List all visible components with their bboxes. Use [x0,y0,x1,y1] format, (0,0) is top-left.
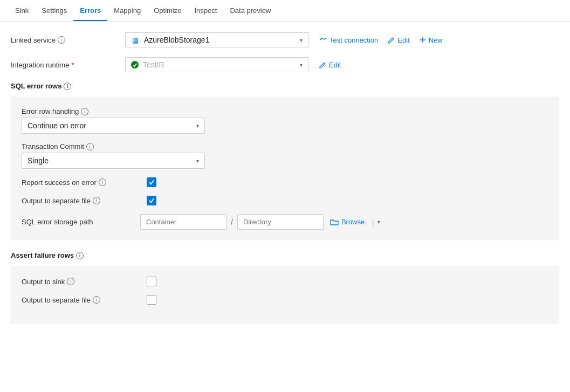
transaction-commit-info-icon: i [86,143,94,150]
path-separator: / [231,218,233,226]
assert-failure-rows-box: Output to sink i Output to separate file… [11,266,559,324]
report-success-checkbox[interactable] [147,177,156,187]
report-success-row: Report success on error i [22,177,548,187]
storage-path-label: SQL error storage path [22,218,140,226]
transaction-commit-label: Transaction Commit i [22,142,548,150]
test-connection-button[interactable]: Test connection [315,34,382,46]
error-row-handling-info-icon: i [81,108,88,115]
transaction-commit-chevron-icon: ▾ [196,158,199,164]
required-star: * [71,61,74,69]
sql-error-rows-info-icon: i [64,82,71,90]
tab-mapping[interactable]: Mapping [107,0,147,21]
linked-service-info-icon: i [58,36,65,44]
output-separate-sql-check-icon [148,197,155,204]
tab-sink[interactable]: Sink [9,0,35,21]
browse-button[interactable]: Browse [326,216,369,228]
edit-linked-service-button[interactable]: Edit [383,34,414,46]
tab-bar: Sink Settings Errors Mapping Optimize In… [0,0,570,22]
assert-failure-rows-header: Assert failure rows i [11,251,559,259]
edit-integration-runtime-button[interactable]: Edit [315,59,345,71]
assert-failure-rows-info-icon: i [76,252,84,259]
tab-inspect[interactable]: Inspect [188,0,223,21]
edit-linked-service-icon [388,37,395,44]
output-separate-assert-checkbox[interactable] [147,295,156,305]
output-separate-assert-info-icon: i [93,296,100,304]
error-row-handling-dropdown[interactable]: Continue on error ▾ [22,118,205,134]
output-separate-sql-label: Output to separate file i [22,197,140,205]
tab-data-preview[interactable]: Data preview [223,0,277,21]
output-separate-sql-info-icon: i [93,197,100,204]
error-row-handling-label: Error row handling i [22,107,548,115]
error-row-handling-chevron-icon: ▾ [196,123,199,129]
edit-runtime-icon [319,61,326,68]
new-linked-service-button[interactable]: New [415,34,447,46]
storage-path-row: SQL error storage path / Browse | ▾ [22,214,548,230]
folder-icon [330,218,339,226]
tab-errors[interactable]: Errors [73,0,107,21]
integration-runtime-label: Integration runtime * [11,61,119,69]
output-separate-assert-label: Output to separate file i [22,296,140,304]
sql-error-rows-header: SQL error rows i [11,82,559,90]
linked-service-label: Linked service i [11,36,119,44]
plus-icon [420,37,426,43]
storage-path-chevron-icon[interactable]: ▾ [377,219,380,225]
runtime-status-icon [131,61,139,68]
error-row-handling-group: Error row handling i Continue on error ▾ [22,107,548,134]
sql-error-rows-box: Error row handling i Continue on error ▾… [11,97,559,240]
path-inputs: / Browse | ▾ [140,214,380,230]
report-success-label: Report success on error i [22,178,140,187]
tab-optimize[interactable]: Optimize [147,0,188,21]
output-separate-sql-row: Output to separate file i [22,196,548,205]
output-to-sink-label: Output to sink i [22,278,140,286]
integration-runtime-chevron-icon: ▾ [300,62,303,68]
transaction-commit-dropdown[interactable]: Single ▾ [22,153,205,169]
output-to-sink-info-icon: i [67,278,74,285]
directory-input[interactable] [237,214,324,230]
output-to-sink-checkbox[interactable] [147,277,156,286]
linked-service-row: Linked service i ▦ AzureBlobStorage1 ▾ T… [11,32,559,47]
output-separate-sql-checkbox[interactable] [147,196,156,205]
blob-storage-icon: ▦ [131,36,140,44]
tab-settings[interactable]: Settings [35,0,73,21]
transaction-commit-group: Transaction Commit i Single ▾ [22,142,548,169]
linked-service-dropdown[interactable]: ▦ AzureBlobStorage1 ▾ [125,32,308,47]
linked-service-chevron-icon: ▾ [300,37,303,43]
report-success-info-icon: i [99,178,106,186]
output-to-sink-row: Output to sink i [22,277,548,286]
main-content: Linked service i ▦ AzureBlobStorage1 ▾ T… [0,22,570,346]
container-input[interactable] [140,214,226,230]
pipe-divider: | [372,218,374,226]
test-connection-icon [319,36,327,44]
integration-runtime-dropdown[interactable]: TestIR ▾ [125,57,308,72]
output-separate-assert-row: Output to separate file i [22,295,548,305]
integration-runtime-row: Integration runtime * TestIR ▾ Edit [11,57,559,72]
report-success-check-icon [148,179,155,185]
